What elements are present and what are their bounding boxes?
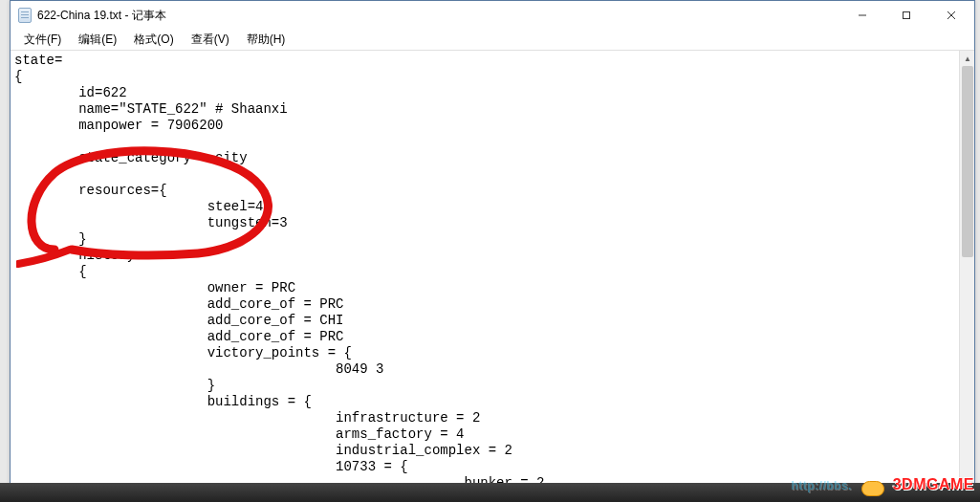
notepad-window: 622-China 19.txt - 记事本 文件(F) 编辑(E) 格式(O)… <box>10 0 975 497</box>
minimize-button[interactable] <box>840 1 884 30</box>
svg-rect-1 <box>904 12 910 19</box>
watermark: http://bbs. 3DMGAME <box>791 475 974 496</box>
document-icon <box>18 8 32 23</box>
menu-view[interactable]: 查看(V) <box>184 30 237 50</box>
menu-file[interactable]: 文件(F) <box>16 30 69 50</box>
vertical-scrollbar[interactable]: ▲ ▼ <box>959 51 974 496</box>
menu-edit[interactable]: 编辑(E) <box>71 30 124 50</box>
scroll-thumb[interactable] <box>962 66 973 257</box>
title-left: 622-China 19.txt - 记事本 <box>18 8 166 24</box>
menu-format[interactable]: 格式(O) <box>126 30 181 50</box>
window-title: 622-China 19.txt - 记事本 <box>37 8 166 24</box>
window-controls <box>840 1 974 30</box>
watermark-brand: 3DMGAME <box>893 476 974 492</box>
editor-area: state= { id=622 name="STATE_622" # Shaan… <box>11 51 974 496</box>
menubar: 文件(F) 编辑(E) 格式(O) 查看(V) 帮助(H) <box>11 30 974 51</box>
maximize-button[interactable] <box>884 1 928 30</box>
mascot-icon <box>860 475 888 496</box>
menu-help[interactable]: 帮助(H) <box>239 30 294 50</box>
watermark-url: http://bbs. <box>791 479 851 492</box>
text-editor[interactable]: state= { id=622 name="STATE_622" # Shaan… <box>11 51 959 496</box>
scroll-up-button[interactable]: ▲ <box>960 51 974 66</box>
close-button[interactable] <box>928 1 974 30</box>
titlebar[interactable]: 622-China 19.txt - 记事本 <box>11 1 974 30</box>
